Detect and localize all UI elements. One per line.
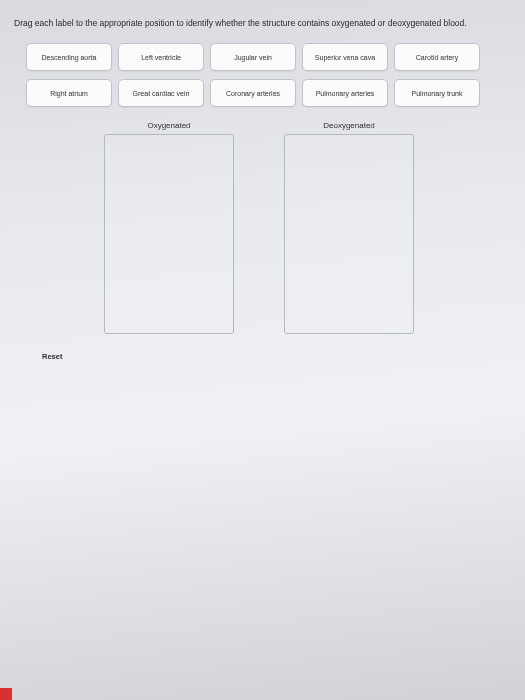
oxygenated-dropzone[interactable] — [104, 134, 234, 334]
deoxygenated-dropzone[interactable] — [284, 134, 414, 334]
reset-button[interactable]: Reset — [42, 352, 62, 361]
label-coronary-arteries[interactable]: Coronary arteries — [210, 79, 296, 107]
corner-indicator — [0, 688, 12, 700]
label-pulmonary-arteries[interactable]: Pulmonary arteries — [302, 79, 388, 107]
label-right-atrium[interactable]: Right atrium — [26, 79, 112, 107]
deoxygenated-group: Deoxygenated — [284, 121, 414, 334]
label-left-ventricle[interactable]: Left ventricle — [118, 43, 204, 71]
dropzone-container: Oxygenated Deoxygenated — [14, 121, 511, 334]
label-superior-vena-cava[interactable]: Superior vena cava — [302, 43, 388, 71]
labels-row-1: Descending aorta Left ventricle Jugular … — [14, 43, 511, 71]
oxygenated-group: Oxygenated — [104, 121, 234, 334]
label-carotid-artery[interactable]: Carotid artery — [394, 43, 480, 71]
label-descending-aorta[interactable]: Descending aorta — [26, 43, 112, 71]
label-great-cardiac-vein[interactable]: Great cardiac vein — [118, 79, 204, 107]
instruction-text: Drag each label to the appropriate posit… — [14, 18, 511, 29]
labels-row-2: Right atrium Great cardiac vein Coronary… — [14, 79, 511, 107]
label-pulmonary-trunk[interactable]: Pulmonary trunk — [394, 79, 480, 107]
oxygenated-title: Oxygenated — [147, 121, 190, 130]
label-jugular-vein[interactable]: Jugular vein — [210, 43, 296, 71]
deoxygenated-title: Deoxygenated — [323, 121, 375, 130]
